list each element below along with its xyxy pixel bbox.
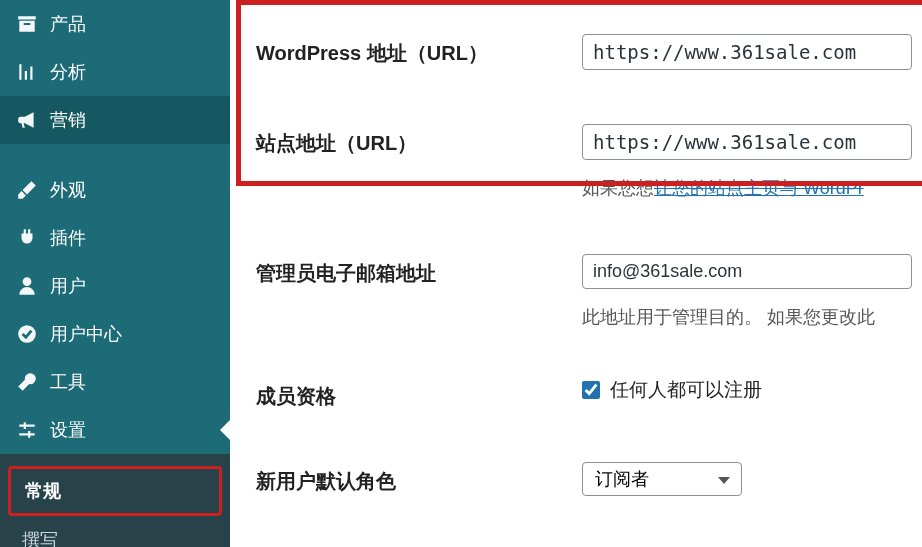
brush-icon — [16, 179, 38, 201]
settings-form: WordPress 地址（URL） 站点地址（URL） 如果您想让您的站点主页与… — [230, 0, 922, 547]
row-site-url: 站点地址（URL） 如果您想让您的站点主页与 WordPr — [230, 70, 922, 200]
link-site-url-help[interactable]: 让您的站点主页与 WordPr — [654, 178, 864, 198]
menu-label: 用户 — [50, 274, 86, 298]
input-admin-email[interactable] — [582, 254, 912, 289]
menu-settings[interactable]: 设置 — [0, 406, 230, 454]
row-admin-email: 管理员电子邮箱地址 此地址用于管理目的。 如果您更改此 — [230, 200, 922, 329]
megaphone-icon — [16, 109, 38, 131]
menu-plugins[interactable]: 插件 — [0, 214, 230, 262]
submenu-general[interactable]: 常规 — [8, 466, 222, 516]
menu-tools[interactable]: 工具 — [0, 358, 230, 406]
desc-admin-email: 此地址用于管理目的。 如果您更改此 — [582, 305, 912, 329]
input-wp-url[interactable] — [582, 34, 912, 70]
menu-label: 工具 — [50, 370, 86, 394]
menu-label: 产品 — [50, 12, 86, 36]
plug-icon — [16, 227, 38, 249]
menu-products[interactable]: 产品 — [0, 0, 230, 48]
submenu-writing[interactable]: 撰写 — [8, 518, 222, 547]
menu-label: 插件 — [50, 226, 86, 250]
row-membership: 成员资格 任何人都可以注册 — [230, 329, 922, 410]
label-membership: 成员资格 — [256, 377, 582, 410]
checkbox-anyone-register[interactable] — [582, 381, 600, 399]
menu-label: 营销 — [50, 108, 86, 132]
wrench-icon — [16, 371, 38, 393]
row-default-role: 新用户默认角色 订阅者 — [230, 410, 922, 496]
menu-marketing[interactable]: 营销 — [0, 96, 230, 144]
menu-label: 外观 — [50, 178, 86, 202]
sliders-icon — [16, 419, 38, 441]
user-icon — [16, 275, 38, 297]
menu-analytics[interactable]: 分析 — [0, 48, 230, 96]
menu-label: 设置 — [50, 418, 86, 442]
row-wp-url: WordPress 地址（URL） — [230, 0, 922, 70]
menu-label: 分析 — [50, 60, 86, 84]
archive-icon — [16, 13, 38, 35]
badge-check-icon — [16, 323, 38, 345]
menu-appearance[interactable]: 外观 — [0, 166, 230, 214]
checkbox-label-anyone-register[interactable]: 任何人都可以注册 — [610, 377, 762, 403]
desc-site-url: 如果您想让您的站点主页与 WordPr — [582, 176, 912, 200]
label-wp-url: WordPress 地址（URL） — [256, 34, 582, 67]
menu-label: 用户中心 — [50, 322, 122, 346]
label-site-url: 站点地址（URL） — [256, 124, 582, 157]
menu-user-center[interactable]: 用户中心 — [0, 310, 230, 358]
admin-sidebar: 产品 分析 营销 外观 插件 用户 用户中心 工具 — [0, 0, 230, 547]
label-default-role: 新用户默认角色 — [256, 462, 582, 495]
chart-icon — [16, 61, 38, 83]
menu-users[interactable]: 用户 — [0, 262, 230, 310]
settings-submenu: 常规 撰写 — [0, 454, 230, 547]
select-default-role[interactable]: 订阅者 — [582, 462, 742, 496]
label-admin-email: 管理员电子邮箱地址 — [256, 254, 582, 287]
input-site-url[interactable] — [582, 124, 912, 160]
